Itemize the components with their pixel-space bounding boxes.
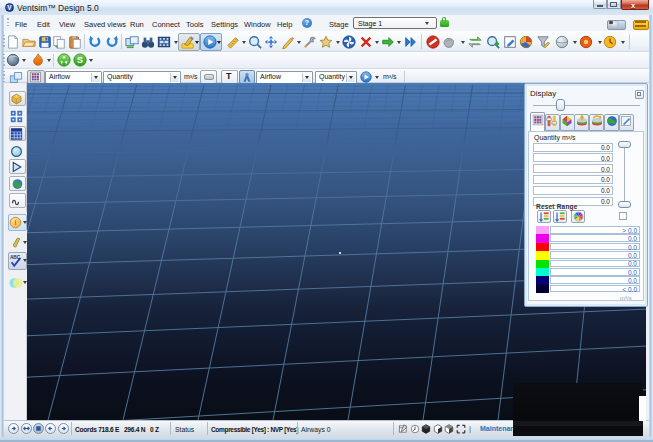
svg-text:i: i bbox=[15, 219, 17, 226]
svg-text:S: S bbox=[77, 55, 83, 65]
